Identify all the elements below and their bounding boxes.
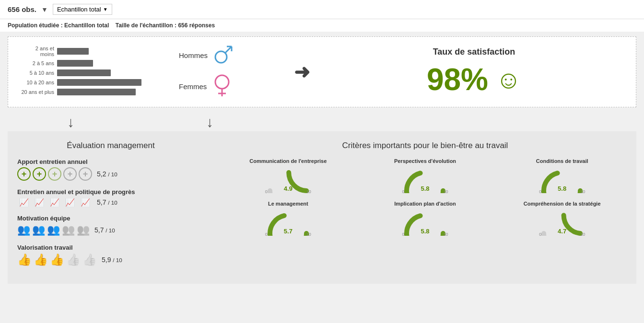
population-value1: Echantillon total (64, 22, 109, 29)
gauge-value: 5.8 (421, 185, 429, 192)
eval-item-apport: Apport entretien annuel + + + + + 5,2 / … (17, 158, 204, 181)
satisfaction-value-row: 98% ☺ (427, 62, 521, 97)
bar-row: 10 à 20 ans (16, 79, 169, 86)
trend-icon-2: 📈 (33, 197, 46, 207)
satisfaction-title: Taux de satisfaction (433, 47, 515, 57)
eval-score-apport: 5,2 / 10 (97, 170, 117, 178)
bar-track (57, 79, 169, 86)
trend-icon-1: 📈 (17, 197, 31, 207)
population-label1: Population étudiée : (8, 22, 63, 29)
people-icon-2: 👥 (32, 224, 45, 236)
thumb-icon-1: 👍 (17, 253, 32, 266)
bar-label: 10 à 20 ans (16, 80, 54, 85)
gauge-container: 5.8 0 10 (401, 167, 449, 193)
bar-fill (57, 48, 89, 55)
female-symbol-icon (211, 73, 233, 99)
eval-score-entretien: 5,7 / 10 (97, 198, 117, 206)
eval-item-title: Apport entretien annuel (17, 158, 204, 165)
gauge-value: 5.8 (421, 228, 429, 235)
bar-row: 2 à 5 ans (16, 60, 169, 67)
bottom-panel: Évaluation management Apport entretien a… (8, 131, 636, 284)
satisfaction-section: Taux de satisfaction 98% ☺ (320, 47, 628, 97)
gauge-min: 0 (265, 232, 268, 237)
male-symbol-icon (212, 45, 234, 66)
gauge-min: 0 (539, 232, 541, 237)
bar-fill (57, 79, 141, 86)
evaluation-section: Évaluation management Apport entretien a… (17, 141, 219, 274)
criteria-item: Conditions de travail 5.8 0 10 (497, 158, 627, 193)
gauge-container: 5.8 0 10 (538, 167, 586, 193)
bar-label: 2 à 5 ans (16, 60, 54, 66)
gauge-container: 5.8 0 10 (401, 209, 449, 236)
trend-icon-4: 📈 (63, 197, 77, 207)
criteria-label: Conditions de travail (536, 158, 588, 164)
eval-item-motivation: Motivation équipe 👥 👥 👥 👥 👥 5,7 / 10 (17, 215, 204, 236)
people-icon-3: 👥 (47, 224, 60, 236)
gauge-max: 10 (443, 232, 448, 237)
plus-icon-1: + (17, 167, 31, 181)
gauge-value: 4.7 (558, 228, 566, 235)
thumb-icon-3: 👍 (50, 253, 64, 266)
eval-item-entretien: Entretien annuel et politique de progrès… (17, 188, 204, 207)
gauge-min: 0 (402, 189, 404, 194)
gauge-max: 10 (306, 232, 311, 237)
bar-row: 20 ans et plus (16, 89, 169, 95)
eval-score-valorisation: 5,9 / 10 (102, 256, 122, 264)
gauge-value: 5.8 (558, 185, 566, 192)
gauge-container: 4.9 0 10 (264, 167, 312, 193)
gauge-value: 5.7 (284, 228, 293, 235)
criteria-title: Critères importants pour le bien-être au… (223, 141, 627, 150)
bar-fill (57, 69, 111, 76)
gauge-max: 10 (580, 232, 585, 237)
gauge-max: 10 (580, 189, 585, 194)
criteria-label: Le management (268, 201, 308, 207)
gender-female: Femmes (179, 73, 233, 99)
dropdown-label: Echantillon total (57, 6, 101, 13)
bar-track (57, 69, 169, 76)
gauge-container: 5.7 0 10 (264, 209, 312, 236)
arrow-right-icon: ➜ (294, 61, 310, 83)
svg-point-0 (215, 51, 227, 63)
male-label: Hommes (179, 51, 208, 59)
gauge-max: 10 (443, 189, 448, 194)
criteria-item: Le management 5.7 0 10 (223, 201, 353, 236)
gender-male: Hommes (179, 45, 234, 66)
population-label2: Taille de l'échantillon : (116, 22, 176, 29)
gauge-container: 4.7 0 10 (538, 209, 586, 236)
bar-label: 20 ans et plus (16, 89, 54, 95)
gauge-value: 4.9 (284, 185, 293, 192)
smiley-icon: ☺ (496, 65, 521, 94)
criteria-item: Perspectives d'évolution 5.8 0 10 (361, 158, 490, 193)
svg-point-4 (215, 75, 229, 89)
eval-item-title: Valorisation travail (17, 244, 204, 251)
gauge-min: 0 (265, 189, 268, 194)
gender-section: Hommes Femmes (179, 45, 284, 99)
evaluation-title: Évaluation management (17, 141, 204, 150)
eval-icons-row: 👥 👥 👥 👥 👥 5,7 / 10 (17, 224, 204, 236)
female-label: Femmes (179, 82, 207, 91)
plus-icon-2: + (33, 167, 46, 181)
criteria-label: Compréhension de la stratégie (524, 201, 601, 207)
bar-track (57, 60, 169, 67)
eval-score-motivation: 5,7 / 10 (94, 226, 115, 234)
population-value2: 656 réponses (178, 22, 215, 29)
gauge-min: 0 (402, 232, 404, 237)
chevron-down-icon: ▼ (103, 7, 108, 12)
criteria-item: Implication plan d'action 5.8 0 10 (361, 201, 490, 236)
bar-fill (57, 89, 136, 95)
arrow-down-left-icon: ↓ (67, 114, 74, 130)
gauge-min: 0 (539, 189, 541, 194)
eval-item-title: Entretien annuel et politique de progrès (17, 188, 204, 196)
filter-icon[interactable]: ▼ (41, 6, 48, 13)
bar-row: 2 ans etmoins (16, 46, 169, 57)
satisfaction-pct: 98% (427, 62, 488, 97)
plus-icon-4: + (63, 167, 77, 181)
eval-icons-row: + + + + + 5,2 / 10 (17, 167, 204, 181)
sample-dropdown[interactable]: Echantillon total ▼ (53, 4, 112, 15)
arrow-down-center-icon: ↓ (206, 114, 213, 130)
population-info: Population étudiée : Echantillon total T… (0, 19, 644, 32)
people-icon-1: 👥 (17, 224, 30, 236)
obs-count: 656 obs. (8, 5, 36, 13)
thumb-icon-2: 👍 (34, 253, 48, 266)
criteria-label: Perspectives d'évolution (394, 158, 456, 164)
